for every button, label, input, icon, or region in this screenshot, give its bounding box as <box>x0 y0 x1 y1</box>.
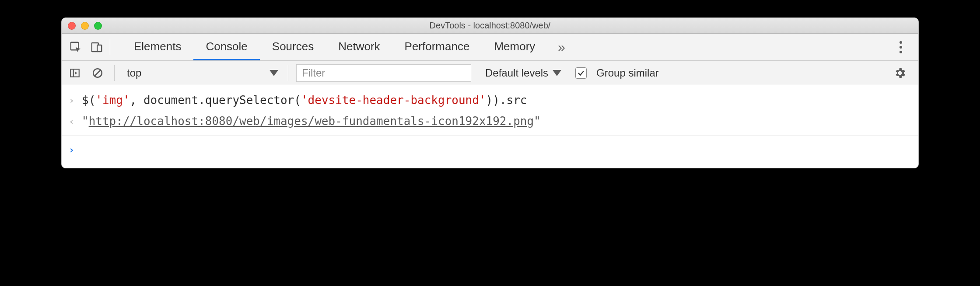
toggle-sidebar-icon[interactable] <box>66 63 84 84</box>
console-input-code[interactable]: $('img', document.querySelector('devsite… <box>82 91 527 110</box>
group-similar-checkbox[interactable] <box>575 67 587 79</box>
separator <box>114 65 115 81</box>
console-settings-icon[interactable] <box>889 63 910 84</box>
svg-rect-2 <box>97 45 102 52</box>
console-toolbar: top Default levels Group similar <box>62 61 918 85</box>
inspect-element-icon[interactable] <box>65 37 86 58</box>
chevron-down-icon <box>270 70 278 76</box>
tab-memory[interactable]: Memory <box>482 34 547 60</box>
chevron-down-icon <box>553 70 561 76</box>
svg-line-6 <box>95 70 101 76</box>
execution-context-select[interactable]: top <box>122 67 280 79</box>
device-toolbar-icon[interactable] <box>86 37 107 58</box>
devtools-window: DevTools - localhost:8080/web/ Elements … <box>61 17 919 168</box>
console-input-line: › $('img', document.querySelector('devsi… <box>62 90 918 111</box>
console-output: › $('img', document.querySelector('devsi… <box>62 85 918 168</box>
more-tabs-button[interactable]: » <box>547 34 576 60</box>
devtools-tabs-row: Elements Console Sources Network Perform… <box>62 34 918 61</box>
devtools-menu-button[interactable] <box>890 41 911 53</box>
tab-performance[interactable]: Performance <box>392 34 482 60</box>
window-title: DevTools - localhost:8080/web/ <box>62 21 918 31</box>
context-label: top <box>127 67 141 79</box>
tab-sources[interactable]: Sources <box>260 34 326 60</box>
levels-label: Default levels <box>485 67 548 79</box>
tab-console[interactable]: Console <box>193 34 259 60</box>
tab-network[interactable]: Network <box>326 34 392 60</box>
prompt-icon: › <box>69 91 82 108</box>
tab-elements[interactable]: Elements <box>122 34 193 60</box>
log-levels-select[interactable]: Default levels <box>476 67 561 79</box>
separator <box>288 65 288 81</box>
console-output-line: ‹ "http://localhost:8080/web/images/web-… <box>62 111 918 132</box>
console-filter-input[interactable] <box>296 64 471 82</box>
console-prompt-line[interactable]: › <box>62 139 918 159</box>
svg-rect-3 <box>70 69 79 77</box>
return-icon: ‹ <box>69 112 82 129</box>
console-output-value[interactable]: "http://localhost:8080/web/images/web-fu… <box>82 112 541 131</box>
separator <box>62 135 918 136</box>
group-similar-label: Group similar <box>596 67 659 79</box>
panel-tabs: Elements Console Sources Network Perform… <box>122 34 890 60</box>
prompt-icon: › <box>69 140 82 158</box>
separator <box>110 39 110 55</box>
clear-console-icon[interactable] <box>89 63 106 84</box>
titlebar: DevTools - localhost:8080/web/ <box>62 18 918 34</box>
